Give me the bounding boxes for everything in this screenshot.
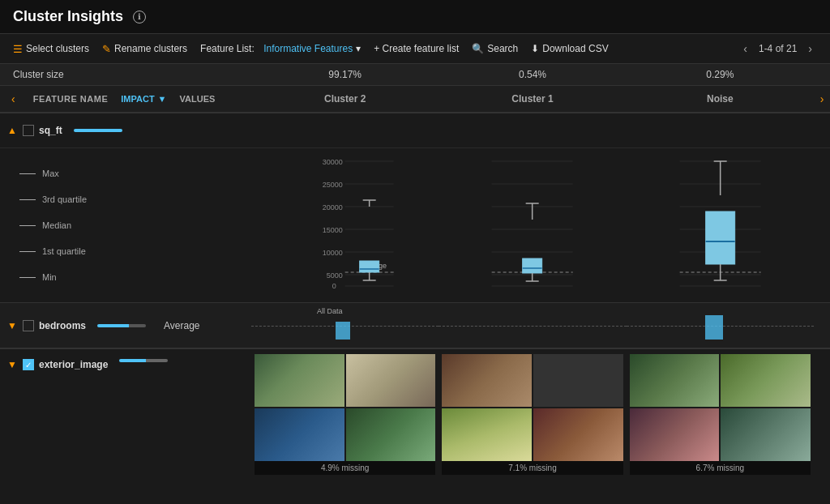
exterior-name: exterior_image bbox=[39, 359, 108, 370]
header: Cluster Insights ℹ bbox=[0, 0, 830, 34]
search-icon: 🔍 bbox=[472, 43, 484, 54]
sq-ft-name: sq_ft bbox=[39, 125, 62, 136]
noise-image-1 bbox=[630, 354, 720, 407]
noise-image-2 bbox=[721, 354, 811, 407]
svg-text:5000: 5000 bbox=[327, 271, 343, 280]
cluster-size-label: Cluster size bbox=[0, 69, 251, 80]
svg-rect-18 bbox=[360, 261, 379, 272]
svg-text:25000: 25000 bbox=[323, 181, 343, 189]
info-icon[interactable]: ℹ bbox=[133, 11, 146, 23]
toolbar: ☰ Select clusters ✎ Rename clusters Feat… bbox=[0, 34, 830, 64]
exterior-noise-images: 6.7% missing bbox=[627, 349, 814, 480]
cluster2-image-2 bbox=[346, 354, 436, 407]
noise-image-4 bbox=[721, 408, 811, 461]
feature-name-header: FEATURE NAME bbox=[33, 94, 109, 104]
cluster1-size: 0.54% bbox=[439, 69, 626, 80]
column-headers: ‹ FEATURE NAME IMPACT ▼ VALUES Cluster 2… bbox=[0, 86, 830, 113]
bedrooms-cluster2-chart: All Data bbox=[251, 303, 439, 348]
bedrooms-cluster1-chart bbox=[439, 303, 626, 348]
feature-list-dropdown[interactable]: Feature List: Informative Features ▾ bbox=[200, 43, 361, 54]
svg-rect-46 bbox=[705, 211, 734, 264]
select-clusters-icon: ☰ bbox=[13, 43, 23, 55]
cluster-size-row: Cluster size 99.17% 0.54% 0.29% bbox=[0, 64, 830, 86]
sq-ft-expand-button[interactable]: ▲ bbox=[6, 125, 18, 136]
sq-ft-cluster1-chart bbox=[439, 148, 626, 302]
legend-min: Min bbox=[19, 272, 245, 282]
rename-clusters-icon: ✎ bbox=[102, 43, 111, 55]
sq-ft-section: ▲ sq_ft Max 3rd quar bbox=[0, 113, 830, 303]
exterior-expand-button[interactable]: ▼ bbox=[6, 359, 18, 370]
noise-size: 0.29% bbox=[627, 69, 814, 80]
page-title: Cluster Insights bbox=[13, 8, 123, 25]
exterior-feature-left: ▼ ✓ exterior_image bbox=[0, 349, 251, 480]
bedrooms-values-label: Average bbox=[164, 320, 199, 331]
svg-text:10000: 10000 bbox=[323, 249, 343, 257]
exterior-cluster1-images: 7.1% missing bbox=[439, 349, 626, 480]
cluster1-image-3 bbox=[442, 408, 532, 461]
cluster1-image-1 bbox=[442, 354, 532, 407]
next-page-button[interactable]: › bbox=[803, 41, 817, 57]
right-scroll-button[interactable]: › bbox=[815, 91, 829, 107]
legend-median: Median bbox=[19, 220, 245, 230]
cluster2-boxplot: 30000 25000 20000 15000 10000 5000 0 bbox=[255, 155, 435, 293]
search-button[interactable]: 🔍 Search bbox=[472, 43, 518, 54]
sq-ft-feature-left: ▲ sq_ft bbox=[0, 118, 251, 143]
svg-text:20000: 20000 bbox=[323, 203, 343, 211]
left-scroll-button[interactable]: ‹ bbox=[6, 91, 20, 107]
pagination: ‹ 1-4 of 21 › bbox=[738, 41, 817, 57]
cluster1-header: Cluster 1 bbox=[439, 93, 626, 105]
download-icon: ⬇ bbox=[531, 43, 539, 54]
svg-text:30000: 30000 bbox=[323, 158, 343, 166]
cluster1-missing: 7.1% missing bbox=[442, 461, 622, 475]
cluster2-header: Cluster 2 bbox=[251, 93, 439, 105]
bedrooms-feature-left: ▼ bedrooms Average bbox=[0, 314, 251, 338]
legend-max: Max bbox=[19, 169, 245, 178]
bedrooms-section: ▼ bedrooms Average All Data bbox=[0, 303, 830, 348]
bedrooms-expand-button[interactable]: ▼ bbox=[6, 320, 18, 331]
sq-ft-noise-chart bbox=[627, 148, 814, 302]
svg-text:15000: 15000 bbox=[323, 226, 343, 234]
rename-clusters-button[interactable]: ✎ Rename clusters bbox=[102, 43, 187, 55]
legend-q3: 3rd quartile bbox=[19, 194, 245, 204]
download-csv-button[interactable]: ⬇ Download CSV bbox=[531, 43, 608, 54]
cluster2-missing: 4.9% missing bbox=[255, 461, 435, 475]
all-data-label: All Data bbox=[317, 307, 343, 315]
cluster2-image-4 bbox=[346, 408, 436, 461]
bedrooms-checkbox[interactable] bbox=[23, 320, 34, 331]
noise-image-3 bbox=[630, 408, 720, 461]
noise-boxplot bbox=[630, 155, 811, 293]
select-clusters-button[interactable]: ☰ Select clusters bbox=[13, 43, 89, 55]
sq-ft-checkbox[interactable] bbox=[23, 125, 34, 136]
exterior-checkbox[interactable]: ✓ bbox=[23, 359, 34, 370]
legend-q1: 1st quartile bbox=[19, 246, 245, 256]
values-header: VALUES bbox=[180, 94, 216, 104]
cluster1-image-2 bbox=[533, 354, 623, 407]
exterior-image-section: ▼ ✓ exterior_image bbox=[0, 348, 830, 480]
bedrooms-name: bedrooms bbox=[39, 320, 86, 331]
svg-rect-32 bbox=[523, 258, 542, 273]
noise-missing: 6.7% missing bbox=[630, 461, 811, 475]
cluster2-image-3 bbox=[255, 408, 344, 461]
cluster1-boxplot bbox=[442, 155, 622, 293]
impact-header: IMPACT ▼ bbox=[121, 94, 166, 104]
create-feature-list-button[interactable]: + Create feature list bbox=[374, 43, 459, 54]
noise-header: Noise bbox=[627, 93, 814, 105]
svg-text:0: 0 bbox=[332, 282, 336, 290]
bedrooms-noise-chart bbox=[627, 303, 814, 348]
main-content: ▲ sq_ft Max 3rd quar bbox=[0, 113, 830, 504]
sq-ft-cluster2-chart: 30000 25000 20000 15000 10000 5000 0 bbox=[251, 148, 439, 302]
prev-page-button[interactable]: ‹ bbox=[738, 41, 752, 57]
cluster2-image-1 bbox=[255, 354, 344, 407]
cluster1-image-4 bbox=[533, 408, 623, 461]
exterior-cluster2-images: 4.9% missing bbox=[251, 349, 439, 480]
sq-ft-legend: Max 3rd quartile Median 1st quartile Min bbox=[0, 148, 251, 302]
cluster2-size: 99.17% bbox=[251, 69, 439, 80]
